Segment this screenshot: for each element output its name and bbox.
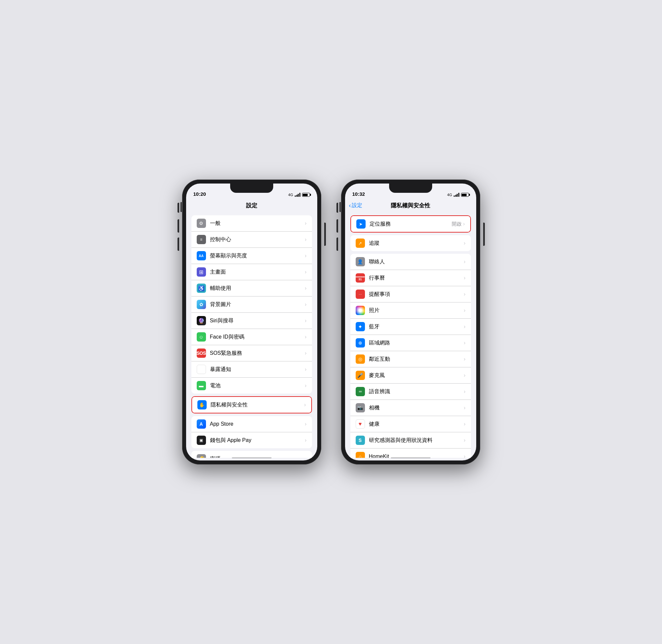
- settings-item-exposure[interactable]: ❋ 暴露通知 ›: [191, 362, 312, 378]
- faceid-icon: ☺: [197, 332, 206, 342]
- photos-icon: [356, 306, 365, 315]
- nearby-icon: ◎: [356, 354, 365, 364]
- settings-item-wallpaper[interactable]: ✿ 背景圖片 ›: [191, 297, 312, 313]
- settings-item-control-center[interactable]: ≡ 控制中心 ›: [191, 232, 312, 248]
- privacy-item-camera[interactable]: 📷 相機 ›: [350, 400, 471, 416]
- speech-label: 語音辨識: [369, 388, 464, 395]
- settings-item-faceid[interactable]: ☺ Face ID與密碼 ›: [191, 329, 312, 345]
- research-right: ›: [464, 437, 465, 443]
- settings-item-privacy[interactable]: ✋ 隱私權與安全性 ›: [192, 397, 311, 413]
- display-icon: AA: [197, 251, 206, 260]
- tracking-right: ›: [464, 240, 465, 246]
- nav-header: 設定: [186, 198, 317, 213]
- display-label: 螢幕顯示與亮度: [210, 252, 305, 259]
- wallet-label: 錢包與 Apple Pay: [210, 437, 305, 444]
- speech-right: ›: [464, 389, 465, 394]
- microphone-label: 麥克風: [369, 372, 464, 379]
- settings-item-accessibility[interactable]: ♿ 輔助使用 ›: [191, 280, 312, 297]
- settings-item-appstore[interactable]: A App Store ›: [191, 416, 312, 432]
- photos-label: 照片: [369, 307, 464, 314]
- exposure-label: 暴露通知: [210, 366, 305, 373]
- settings-item-battery[interactable]: ▬ 電池 ›: [191, 378, 312, 394]
- settings-item-display[interactable]: AA 螢幕顯示與亮度 ›: [191, 248, 312, 264]
- battery-fill2: [462, 194, 467, 196]
- reminders-icon: ⋯: [356, 290, 365, 299]
- privacy-item-speech[interactable]: ≡≡ 語音辨識 ›: [350, 384, 471, 400]
- privacy-item-contacts[interactable]: 👤 聯絡人 ›: [350, 254, 471, 270]
- bluetooth-label: 藍牙: [369, 323, 464, 330]
- settings-item-wallet[interactable]: ▣ 錢包與 Apple Pay ›: [191, 432, 312, 448]
- phone1: 10:20 4G 設定: [182, 180, 321, 464]
- privacy-item-calendar[interactable]: ▬▬▬▬ 31 行事曆 ›: [350, 270, 471, 286]
- siri-right: ›: [305, 318, 306, 324]
- privacy-item-research[interactable]: S 研究感測器與使用狀況資料 ›: [350, 432, 471, 448]
- reminders-right: ›: [464, 291, 465, 297]
- localnet-icon: ⊕: [356, 338, 365, 347]
- privacy-item-nearby[interactable]: ◎ 鄰近互動 ›: [350, 351, 471, 367]
- mute-button[interactable]: [178, 203, 179, 213]
- privacy-item-bluetooth[interactable]: ✦ 藍牙 ›: [350, 319, 471, 335]
- control-center-right: ›: [305, 236, 306, 243]
- health-icon: ♥: [356, 419, 365, 429]
- app-privacy-section: 👤 聯絡人 › ▬▬▬▬ 31 行事曆 › ⋯ 提醒事項: [350, 254, 471, 458]
- privacy-highlighted-container: ✋ 隱私權與安全性 ›: [191, 396, 312, 413]
- privacy-item-localnet[interactable]: ⊕ 區域網路 ›: [350, 335, 471, 351]
- page-title2: 隱私權與安全性: [391, 202, 430, 209]
- battery-icon-menu: ▬: [197, 381, 206, 390]
- tracking-section: ↗ 追蹤 ›: [350, 235, 471, 251]
- calendar-label: 行事曆: [369, 275, 464, 282]
- settings-item-general[interactable]: ⚙ 一般 ›: [191, 215, 312, 232]
- health-label: 健康: [369, 421, 464, 428]
- control-center-label: 控制中心: [210, 236, 305, 243]
- volume-up-button[interactable]: [178, 219, 179, 233]
- network-indicator: 4G: [288, 193, 293, 197]
- privacy-item-location[interactable]: ➤ 定位服務 開啟 ›: [351, 216, 470, 232]
- health-right: ›: [464, 421, 465, 427]
- volume-down-button[interactable]: [178, 237, 179, 251]
- faceid-right: ›: [305, 334, 306, 340]
- privacy-icon: ✋: [197, 400, 207, 410]
- settings-item-home[interactable]: ⊞ 主畫面 ›: [191, 264, 312, 280]
- notch2: [389, 184, 432, 193]
- location-right: 開啟 ›: [452, 221, 465, 227]
- back-button[interactable]: ‹ 設定: [349, 202, 362, 209]
- privacy-item-health[interactable]: ♥ 健康 ›: [350, 416, 471, 432]
- status-time2: 10:32: [352, 191, 365, 197]
- home-indicator: [186, 458, 317, 460]
- appstore-label: App Store: [210, 421, 305, 427]
- location-icon: ➤: [356, 219, 365, 229]
- home-icon: ⊞: [197, 267, 206, 277]
- privacy-item-microphone[interactable]: 🎤 麥克風 ›: [350, 367, 471, 384]
- privacy-right: ›: [304, 402, 306, 408]
- page-title: 設定: [246, 202, 257, 209]
- power-button2[interactable]: [483, 223, 485, 246]
- back-label: 設定: [352, 202, 362, 209]
- exposure-icon: ❋: [197, 365, 206, 374]
- settings-item-sos[interactable]: SOS SOS緊急服務 ›: [191, 345, 312, 362]
- volume-up-button2[interactable]: [336, 219, 338, 233]
- appstore-icon: A: [197, 419, 206, 429]
- location-highlighted-container: ➤ 定位服務 開啟 ›: [350, 215, 471, 233]
- settings-item-siri[interactable]: 🔮 Siri與搜尋 ›: [191, 313, 312, 329]
- settings-item-passwords[interactable]: 🔑 密碼 ›: [191, 451, 312, 458]
- privacy-list: ➤ 定位服務 開啟 › ↗ 追蹤 ›: [345, 213, 476, 458]
- volume-down-button2[interactable]: [336, 237, 338, 251]
- sos-icon: SOS: [197, 348, 206, 358]
- privacy-item-tracking[interactable]: ↗ 追蹤 ›: [350, 235, 471, 251]
- camera-right: ›: [464, 405, 465, 411]
- battery-icon: [302, 193, 310, 197]
- power-button[interactable]: [324, 223, 326, 246]
- mute-button2[interactable]: [336, 203, 338, 213]
- tracking-label: 追蹤: [369, 240, 464, 247]
- siri-label: Siri與搜尋: [210, 317, 305, 324]
- privacy-item-photos[interactable]: 照片 ›: [350, 302, 471, 319]
- home-label: 主畫面: [210, 269, 305, 276]
- privacy-item-homekit[interactable]: ⌂ HomeKit ›: [350, 448, 471, 458]
- battery-label: 電池: [210, 382, 305, 389]
- privacy-item-reminders[interactable]: ⋯ 提醒事項 ›: [350, 286, 471, 302]
- calendar-icon: ▬▬▬▬ 31: [356, 273, 365, 282]
- home-right: ›: [305, 269, 306, 275]
- reminders-label: 提醒事項: [369, 291, 464, 298]
- sos-label: SOS緊急服務: [210, 350, 305, 357]
- store-section: A App Store › ▣ 錢包與 Apple Pay ›: [191, 416, 312, 448]
